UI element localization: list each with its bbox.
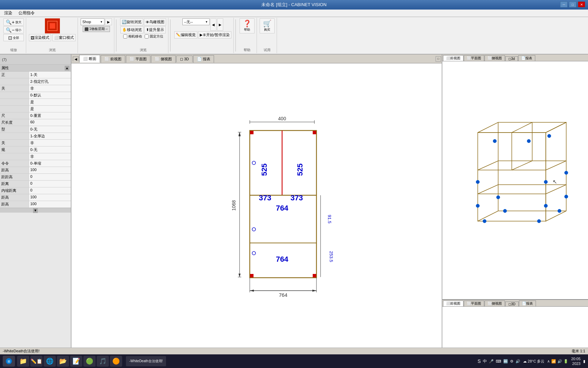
tab-平面图[interactable]: ⬜ 平面图 (126, 55, 150, 63)
buy-button[interactable]: 🛒 购买 (260, 18, 275, 33)
right-tab-平面图-2[interactable]: ⬜平面图 (464, 301, 484, 306)
prop-val-13[interactable]: 0-单缩 (29, 160, 71, 167)
prop-val-8[interactable]: 0-无 (29, 126, 71, 133)
right-tab-侧视图-2[interactable]: ⬜侧视图 (485, 301, 505, 306)
prop-val-11[interactable]: 0-无 (29, 147, 71, 153)
enhance-button[interactable]: ⬆ 提升显示 (144, 26, 166, 33)
close-button[interactable]: ✕ (578, 1, 585, 7)
layer-dropdown[interactable]: ⬛ 1物板层期→ (83, 26, 110, 32)
right-tab-前视图-2[interactable]: ⬜前视图 (443, 301, 463, 306)
fix-position-check[interactable] (145, 34, 149, 39)
tab-报表[interactable]: 📄 报表 (193, 55, 214, 63)
birdseye-button[interactable]: 👁 鸟瞰视图 (144, 18, 166, 26)
right-tab-前视图-1[interactable]: ⬜前视图 (443, 55, 463, 61)
taskbar-orange-app[interactable]: 🟠 (110, 356, 122, 367)
move-browse-button[interactable]: ✋ 移动浏览 (120, 26, 144, 33)
prop-key-6: 尺 (0, 112, 29, 119)
clock-widget[interactable]: 20:05 2023 (571, 356, 581, 366)
prop-row-3: 0-默认 (0, 92, 71, 99)
right-tab-平面图-1[interactable]: ⬜平面图 (464, 55, 484, 61)
no-option-dropdown[interactable]: --无-- ▼ (182, 18, 210, 25)
scroll-down-btn[interactable]: ▼ (33, 208, 38, 213)
chevron-icon[interactable]: ∧ (547, 359, 550, 364)
right-tab-报表-1[interactable]: 📄报表 (518, 55, 535, 61)
camera-move-check[interactable] (123, 34, 127, 39)
drawing-area: 400 1068 (71, 63, 442, 354)
taskbar-music-app[interactable]: 🎵 (97, 356, 109, 367)
battery-icon[interactable]: 🔋 (564, 359, 568, 364)
prop-val-6[interactable]: 0-重置 (29, 112, 71, 119)
prop-val-14[interactable]: 100 (29, 167, 71, 173)
prop-row-0: 正 1-关 (0, 72, 71, 78)
mic-icon[interactable]: 🎤 (489, 359, 494, 364)
zoom-in-button[interactable]: 🔍+ 放大 (3, 18, 24, 26)
prop-val-12[interactable]: 非 (29, 153, 71, 160)
right-tab-报表-2[interactable]: 📄报表 (519, 301, 536, 306)
menu-render[interactable]: 渲染 (1, 10, 15, 17)
scroll-up-btn[interactable]: ▲ (65, 66, 69, 71)
help-button[interactable]: ❓ 帮助 (240, 18, 255, 33)
view-collapse-btn[interactable]: ◀ (73, 57, 79, 61)
prop-val-5[interactable]: 是 (29, 106, 71, 112)
keyboard-icon[interactable]: ⌨ (496, 359, 501, 364)
show-desktop-btn[interactable]: ▮ (583, 359, 585, 364)
prop-val-2[interactable]: 非 (29, 85, 71, 92)
taskbar-browser-app[interactable]: 🌐 (44, 356, 56, 367)
taskbar-files-app[interactable]: 📁 (17, 356, 29, 367)
prop-key-1 (0, 78, 29, 85)
gear-tray-icon[interactable]: ⚙ (510, 359, 513, 364)
arrow-btn2[interactable]: ◀ (210, 18, 216, 31)
menu-common[interactable]: 公用指令 (16, 10, 37, 17)
prop-val-3[interactable]: 0-默认 (29, 92, 71, 98)
taskbar-explorer-app[interactable]: 📂 (57, 356, 69, 367)
start-button[interactable]: ⊞ (3, 356, 15, 367)
window-mode-button[interactable]: ⬜ 窗口模式 (52, 34, 76, 41)
start-render-button[interactable]: ▶⏸ 开始/暂停渲染 (198, 31, 231, 39)
input-icon[interactable]: 🔤 (503, 359, 508, 364)
sound-icon[interactable]: 🔊 (557, 359, 562, 364)
toolbar-shop-group: Shop ▼ ▶ ⬛ 1物板层期→ (79, 18, 114, 53)
prop-val-9[interactable]: 1-全厚边 (29, 133, 71, 139)
panel-maximize-btn[interactable]: □ (436, 56, 441, 62)
zoom-out-button[interactable]: 🔍− 缩小 (3, 26, 24, 33)
arrow-button[interactable]: ▶ (105, 18, 112, 25)
prop-val-18[interactable]: 100 (29, 194, 71, 201)
taskbar-status-area: S 中 🎤 ⌨ 🔤 ⚙ 🔊 ☁ 28°C 多云 ∧ 📶 🔊 🔋 20:05 20… (477, 356, 585, 366)
sougou-icon[interactable]: S (477, 358, 480, 364)
prop-row-5: 是 (0, 106, 71, 112)
wifi-icon[interactable]: 📶 (551, 359, 556, 364)
prop-val-16[interactable]: 0 (29, 181, 71, 187)
tab-断面-label: 断面 (89, 56, 96, 61)
lang-icon[interactable]: 中 (483, 358, 487, 364)
rotate-browse-button[interactable]: 🔄 旋转浏览 (120, 18, 143, 26)
prop-val-7[interactable]: 60 (29, 119, 71, 126)
arrow-btn3[interactable]: ▶ (217, 18, 223, 31)
prop-val-4[interactable]: 是 (29, 99, 71, 105)
tab-侧视图[interactable]: ⬜ 侧视图 (151, 55, 176, 63)
right-tab-3D-2[interactable]: ◻3D (505, 302, 519, 306)
tab-断面[interactable]: ⬜ 断面 (79, 55, 100, 63)
zoom-all-button[interactable]: ⊡ 全部 (3, 34, 24, 41)
prop-val-10[interactable]: 非 (29, 140, 71, 146)
prop-key-2: 关 (0, 85, 29, 92)
shop-dropdown[interactable]: Shop ▼ (81, 18, 104, 25)
minimize-button[interactable]: ─ (560, 1, 568, 7)
tab-前视图[interactable]: ⬜ 前视图 (101, 55, 125, 63)
prop-val-15[interactable]: 0 (29, 174, 71, 180)
prop-val-19[interactable]: 100 (29, 201, 71, 208)
render-mode-button[interactable]: 🖼 渲染模式 (29, 34, 51, 41)
edit-visual-button[interactable]: ✏️ 编辑视觉 (174, 31, 197, 39)
network-icon[interactable]: 🔊 (516, 359, 520, 364)
time-display: 20:05 (571, 356, 581, 361)
zoom-label: 缩放 (10, 47, 17, 52)
maximize-button[interactable]: □ (569, 1, 576, 7)
taskbar-pencil-app[interactable]: ✏️📋 (30, 356, 43, 367)
taskbar-notepad-app[interactable]: 📝 (70, 356, 82, 367)
prop-val-17[interactable]: 0 (29, 187, 71, 194)
prop-val-1[interactable]: 2-指定打孔 (29, 78, 71, 85)
right-tab-侧视图-1[interactable]: ⬜侧视图 (485, 55, 505, 61)
taskbar-green-app[interactable]: 🟢 (83, 356, 96, 367)
tab-3D[interactable]: ◻ 3D (176, 56, 193, 62)
prop-val-0[interactable]: 1-关 (29, 72, 71, 78)
right-tab-3d-1[interactable]: ◻3d (505, 56, 518, 61)
